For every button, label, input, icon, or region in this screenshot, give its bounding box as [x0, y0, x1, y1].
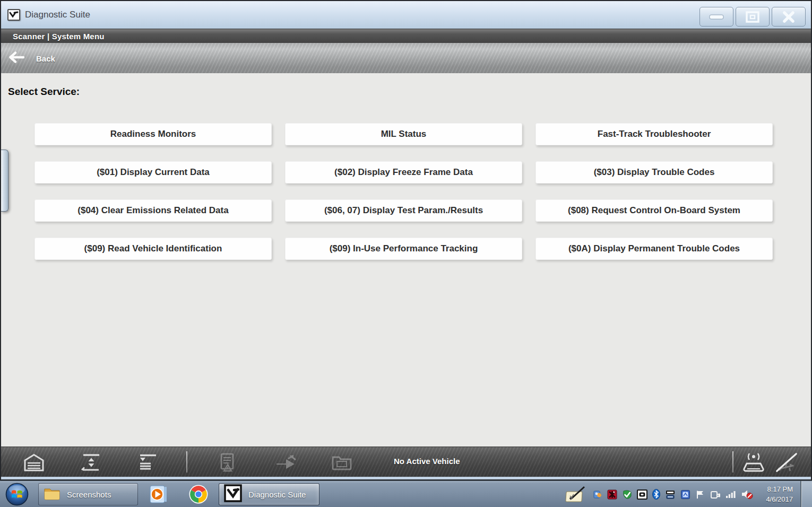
service-button-read-vehicle-identification[interactable]: ($09) Read Vehicle Identification	[34, 238, 272, 260]
clock-time: 8:17 PM	[755, 484, 793, 494]
service-button-clear-emissions-related-data[interactable]: ($04) Clear Emissions Related Data	[34, 199, 272, 222]
service-button-request-control-on-board-system[interactable]: ($08) Request Control On-Board System	[535, 199, 773, 222]
titlebar: Diagnostic Suite	[1, 1, 811, 29]
windows-taskbar: Screenshots	[0, 480, 812, 507]
chrome-icon[interactable]	[188, 484, 209, 504]
service-grid: Readiness Monitors MIL Status Fast-Track…	[34, 123, 811, 260]
garage-icon[interactable]	[22, 452, 46, 473]
taskbar-clock[interactable]: 8:17 PM 4/6/2017	[755, 484, 793, 504]
report-warning-icon[interactable]	[215, 452, 239, 473]
action-center-flag-icon[interactable]	[695, 489, 705, 500]
page-title: Select Service:	[8, 86, 811, 98]
close-button[interactable]	[772, 7, 806, 27]
service-button-fast-track-troubleshooter[interactable]: Fast-Track Troubleshooter	[535, 123, 773, 145]
start-button[interactable]	[5, 483, 29, 506]
back-label: Back	[36, 54, 55, 63]
screen: Diagnostic Suite Scanner | System Menu	[0, 0, 812, 507]
clock-date: 4/6/2017	[755, 494, 793, 504]
scanner-wireless-icon[interactable]	[741, 452, 766, 473]
active-vehicle-status: No Active Vehicle	[394, 457, 460, 466]
tablet-input-icon[interactable]	[565, 485, 588, 503]
show-desktop-button[interactable]	[800, 481, 812, 507]
main-content: Select Service: Readiness Monitors MIL S…	[1, 73, 811, 447]
network-signal-icon[interactable]	[725, 489, 736, 499]
service-button-in-use-performance-tracking[interactable]: ($09) In-Use Performance Tracking	[285, 238, 522, 260]
nav-bar: Back	[1, 43, 811, 73]
bluetooth-icon[interactable]	[652, 489, 660, 500]
minimize-button[interactable]	[699, 7, 733, 27]
taskbar-button-label: Diagnostic Suite	[248, 490, 306, 499]
media-player-icon[interactable]	[148, 484, 169, 504]
window-controls	[699, 7, 806, 27]
service-button-display-permanent-trouble-codes[interactable]: ($0A) Display Permanent Trouble Codes	[535, 238, 773, 260]
diagnostic-suite-icon	[224, 484, 242, 504]
service-button-display-freeze-frame-data[interactable]: ($02) Display Freeze Frame Data	[285, 161, 522, 183]
service-button-readiness-monitors[interactable]: Readiness Monitors	[34, 123, 272, 145]
screen-capture-icon[interactable]	[637, 489, 647, 500]
scroll-updown-icon[interactable]	[79, 452, 103, 473]
diagnostic-suite-window: Diagnostic Suite Scanner | System Menu	[0, 0, 812, 480]
back-button[interactable]: Back	[7, 48, 55, 69]
remote-app-icon[interactable]	[680, 489, 690, 500]
taskbar-button-diagnostic-suite[interactable]: Diagnostic Suite	[219, 483, 319, 505]
service-button-display-trouble-codes[interactable]: ($03) Display Trouble Codes	[535, 161, 773, 183]
display-icon[interactable]	[665, 489, 676, 500]
service-button-mil-status[interactable]: MIL Status	[285, 123, 522, 145]
toolbar-separator	[186, 451, 187, 473]
breadcrumb-bar: Scanner | System Menu	[1, 29, 811, 43]
transfer-arrow-icon[interactable]	[273, 452, 298, 473]
flash-icon[interactable]	[607, 489, 617, 500]
maximize-button[interactable]	[736, 7, 770, 27]
bottom-toolbar: No Active Vehicle	[1, 447, 811, 477]
breadcrumb: Scanner | System Menu	[13, 32, 105, 41]
toolbar-separator-right	[732, 451, 733, 473]
side-drawer-handle[interactable]	[1, 150, 8, 212]
service-button-display-current-data[interactable]: ($01) Display Current Data	[34, 161, 272, 183]
window-title: Diagnostic Suite	[25, 10, 90, 20]
remove-hardware-icon[interactable]	[710, 489, 721, 500]
system-tray	[565, 481, 754, 507]
back-arrow-icon	[7, 51, 24, 66]
usb-disconnected-icon[interactable]	[774, 452, 799, 473]
saved-data-folder-icon[interactable]	[330, 452, 354, 473]
taskbar-button-screenshots[interactable]: Screenshots	[38, 483, 138, 505]
updater-icon[interactable]	[593, 489, 602, 499]
taskbar-button-label: Screenshots	[67, 490, 111, 499]
app-logo-icon	[7, 9, 20, 21]
folder-icon	[44, 486, 61, 502]
antivirus-check-icon[interactable]	[622, 489, 632, 500]
volume-muted-icon[interactable]	[741, 489, 754, 500]
sort-list-icon[interactable]	[135, 452, 160, 473]
service-button-display-test-param-results[interactable]: ($06, 07) Display Test Param./Results	[285, 199, 522, 222]
